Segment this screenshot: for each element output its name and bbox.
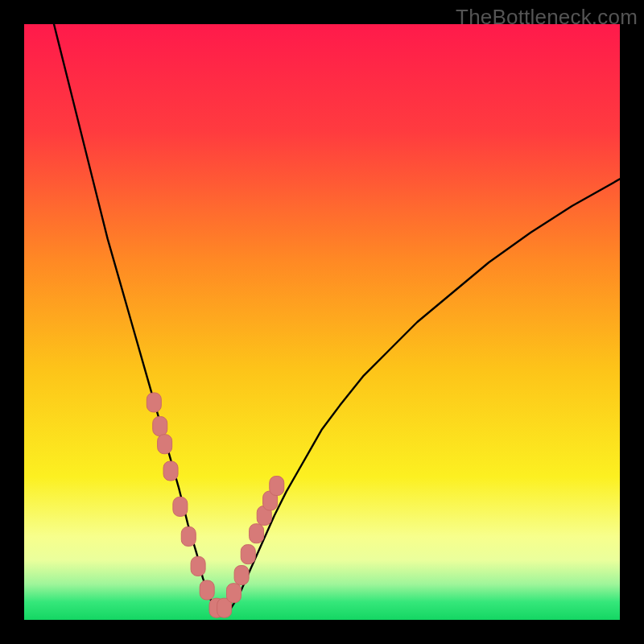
marker-dot [270,477,284,496]
marker-dot [250,524,264,543]
marker-dot [200,580,214,600]
highlight-markers [147,393,283,617]
bottleneck-curve [54,24,620,613]
marker-dot [226,584,241,603]
plot-area [24,24,620,620]
marker-dot [158,435,172,454]
marker-dot [191,556,205,576]
marker-dot [147,393,161,412]
marker-dot [163,461,178,481]
curve-layer [24,24,620,620]
marker-dot [181,526,196,546]
marker-dot [234,566,249,585]
marker-dot [241,545,255,564]
marker-dot [173,497,188,516]
chart-frame: TheBottleneck.com [0,0,644,644]
marker-dot [153,417,167,436]
